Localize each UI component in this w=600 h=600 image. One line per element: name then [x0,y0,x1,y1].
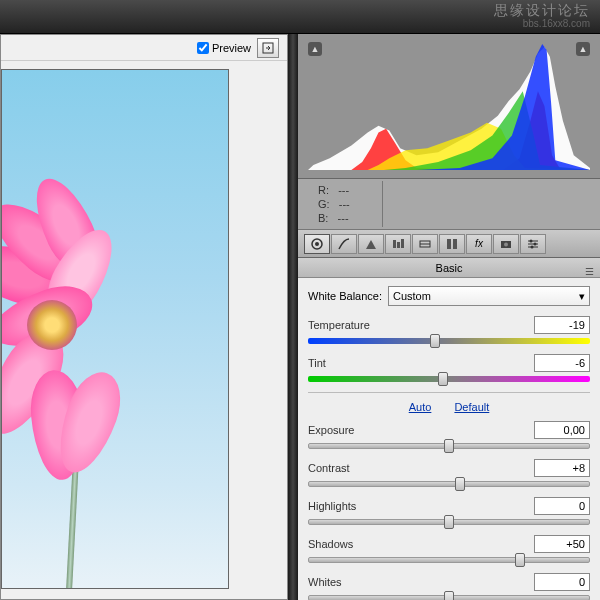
tint-label: Tint [308,357,326,369]
tint-value[interactable]: -6 [534,354,590,372]
svg-point-15 [530,239,533,242]
tab-lens-icon[interactable] [439,234,465,254]
temperature-value[interactable]: -19 [534,316,590,334]
contrast-slider[interactable] [308,481,590,487]
chevron-down-icon: ▾ [579,290,585,303]
temperature-slider[interactable] [308,338,590,344]
tab-split-icon[interactable] [412,234,438,254]
svg-rect-5 [401,239,404,248]
tab-presets-icon[interactable] [520,234,546,254]
highlights-slider[interactable] [308,519,590,525]
tab-camera-icon[interactable] [493,234,519,254]
image-preview[interactable] [1,61,287,599]
watermark-sub: bbs.16xx8.com [523,18,590,29]
highlights-label: Highlights [308,500,356,512]
default-link[interactable]: Default [454,401,489,413]
tab-curve-icon[interactable] [331,234,357,254]
whites-value[interactable]: 0 [534,573,590,591]
tab-fx-icon[interactable]: fx [466,234,492,254]
panel-title: Basic ☰ [298,258,600,278]
exposure-slider[interactable] [308,443,590,449]
whites-slider[interactable] [308,595,590,600]
preview-checkbox[interactable] [197,42,209,54]
preview-label: Preview [212,42,251,54]
svg-point-17 [531,245,534,248]
preview-toggle[interactable]: Preview [197,42,251,54]
tab-hsl-icon[interactable] [385,234,411,254]
panel-divider[interactable] [288,34,298,600]
white-balance-select[interactable]: Custom▾ [388,286,590,306]
exposure-label: Exposure [308,424,354,436]
preview-panel: Preview [0,34,288,600]
contrast-label: Contrast [308,462,350,474]
svg-rect-8 [447,239,451,249]
exposure-value[interactable]: 0,00 [534,421,590,439]
shadows-label: Shadows [308,538,353,550]
svg-point-2 [315,242,319,246]
svg-rect-9 [453,239,457,249]
tab-basic-icon[interactable] [304,234,330,254]
svg-rect-3 [393,240,396,248]
whites-label: Whites [308,576,342,588]
wb-label: White Balance: [308,290,382,302]
rgb-readout: R: --- G: --- B: --- [298,179,600,230]
histogram[interactable]: ▲ ▲ [298,34,600,179]
svg-point-11 [504,242,508,246]
auto-link[interactable]: Auto [409,401,432,413]
contrast-value[interactable]: +8 [534,459,590,477]
svg-rect-4 [397,242,400,248]
tint-slider[interactable] [308,376,590,382]
tab-detail-icon[interactable] [358,234,384,254]
highlights-value[interactable]: 0 [534,497,590,515]
adjustments-panel: ▲ ▲ R: --- G: --- B: --- [298,34,600,600]
shadows-slider[interactable] [308,557,590,563]
panel-menu-icon[interactable]: ☰ [585,262,594,282]
svg-point-16 [534,242,537,245]
fullscreen-icon[interactable] [257,38,279,58]
shadows-value[interactable]: +50 [534,535,590,553]
temperature-label: Temperature [308,319,370,331]
panel-tabs: fx [298,230,600,258]
